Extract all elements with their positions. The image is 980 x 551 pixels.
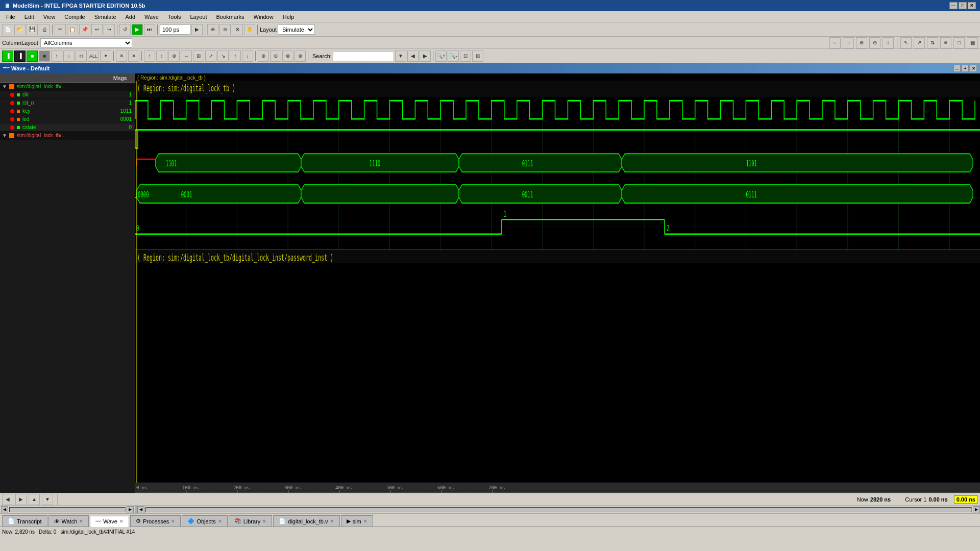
zoom-sel-btn[interactable]: ⊞ xyxy=(472,51,483,62)
sig-green-btn[interactable]: ▐ xyxy=(2,51,13,62)
menu-view[interactable]: View xyxy=(39,13,60,21)
save-button[interactable]: 💾 xyxy=(27,24,38,35)
tab-sim[interactable]: ▶ sim ✕ xyxy=(341,515,373,527)
signal-btn4[interactable]: ≡ xyxy=(940,37,951,48)
col-btn5[interactable]: ↕ xyxy=(883,37,894,48)
menu-add[interactable]: Add xyxy=(121,13,140,21)
tab-wave[interactable]: 〰 Wave ✕ xyxy=(90,516,129,527)
waveform-canvas[interactable]: ( Region: sim:/digital_lock_tb ) 1101 xyxy=(135,81,980,483)
sig-cursor-btn[interactable]: ✦ xyxy=(100,51,111,62)
redo-button[interactable]: ↪ xyxy=(104,24,115,35)
menu-wave[interactable]: Wave xyxy=(140,13,163,21)
signal-btn3[interactable]: ⇅ xyxy=(927,37,938,48)
col-btn3[interactable]: ⊕ xyxy=(856,37,867,48)
close-button[interactable]: ✕ xyxy=(968,2,976,9)
cursor-btn3[interactable]: ⊕ xyxy=(168,51,180,62)
cursor-nav-down[interactable]: ▼ xyxy=(42,494,53,505)
menu-layout[interactable]: Layout xyxy=(186,13,211,21)
wave-close-btn[interactable]: ✕ xyxy=(970,65,977,72)
col-btn2[interactable]: → xyxy=(843,37,854,48)
run-button[interactable]: ▶ xyxy=(132,24,143,35)
sig-green2-btn[interactable]: ■ xyxy=(27,51,38,62)
tb-btn4[interactable]: ✋ xyxy=(244,24,255,35)
signal-btn1[interactable]: ↖ xyxy=(900,37,912,48)
tab-objects[interactable]: 🔷 Objects ✕ xyxy=(182,515,227,527)
scroll-left-btn[interactable]: ◀ xyxy=(1,506,8,513)
menu-help[interactable]: Help xyxy=(279,13,299,21)
zoom-fit-btn[interactable]: ⊡ xyxy=(460,51,471,62)
scroll-left-main-btn[interactable]: ▶ xyxy=(973,506,980,513)
list-item[interactable]: clk 1 xyxy=(0,91,135,99)
watch-close[interactable]: ✕ xyxy=(79,519,83,524)
run-time-button[interactable]: ▶ xyxy=(191,24,203,35)
tab-watch[interactable]: 👁 Watch ✕ xyxy=(48,515,89,527)
menu-compile[interactable]: Compile xyxy=(60,13,89,21)
cursor-btn2[interactable]: ↕ xyxy=(156,51,167,62)
sig-h-btn[interactable]: H xyxy=(76,51,87,62)
wave-btn1[interactable]: ⊕ xyxy=(258,51,269,62)
wave-max-btn[interactable]: + xyxy=(962,65,969,72)
list-item[interactable]: cstate 0 xyxy=(0,123,135,132)
wave-close[interactable]: ✕ xyxy=(119,519,124,524)
cursor-nav-up[interactable]: ▲ xyxy=(29,494,40,505)
tb-btn3[interactable]: ⊗ xyxy=(232,24,243,35)
column-layout-select[interactable]: AllColumns xyxy=(40,38,132,47)
menu-edit[interactable]: Edit xyxy=(20,13,38,21)
sig-black-btn[interactable]: ▐ xyxy=(14,51,26,62)
objects-close[interactable]: ✕ xyxy=(218,519,222,524)
new-button[interactable]: 📄 xyxy=(2,24,13,35)
tab-transcript[interactable]: 📄 Transcript xyxy=(2,515,47,527)
menu-bookmarks[interactable]: Bookmarks xyxy=(212,13,249,21)
cursor-btn8[interactable]: ↑ xyxy=(230,51,241,62)
cursor-nav-right[interactable]: ▶ xyxy=(15,494,27,505)
menu-file[interactable]: File xyxy=(2,13,19,21)
menu-window[interactable]: Window xyxy=(250,13,278,21)
tab-processes[interactable]: ⚙ Processes ✕ xyxy=(130,515,181,527)
list-item[interactable]: key 1011 xyxy=(0,107,135,115)
open-button[interactable]: 📂 xyxy=(14,24,26,35)
cursor-btn7[interactable]: ↘ xyxy=(217,51,229,62)
wave-btn3[interactable]: ⊗ xyxy=(282,51,293,62)
sig-gray-btn[interactable]: ■ xyxy=(39,51,50,62)
wave-btn2[interactable]: ⊖ xyxy=(270,51,281,62)
step-button[interactable]: ⏭ xyxy=(144,24,155,35)
scroll-right-btn[interactable]: ▶ xyxy=(127,506,134,513)
col-btn4[interactable]: ⊖ xyxy=(869,37,880,48)
paste-button[interactable]: 📌 xyxy=(79,24,90,35)
scroll-right-main-btn[interactable]: ◀ xyxy=(137,506,144,513)
sig-up-btn[interactable]: ↑ xyxy=(51,51,62,62)
tab-library[interactable]: 📚 Library ✕ xyxy=(229,515,273,527)
zoom-in-btn[interactable]: 🔍+ xyxy=(435,51,447,62)
cursor-btn1[interactable]: ↑ xyxy=(144,51,155,62)
cursor-btn5[interactable]: ⊞ xyxy=(193,51,204,62)
h-scroll-track-right[interactable] xyxy=(145,507,972,512)
wave-min-btn[interactable]: — xyxy=(953,65,961,72)
cursor-btn4[interactable]: ↔ xyxy=(181,51,192,62)
signal-btn2[interactable]: ↗ xyxy=(914,37,925,48)
cut-button[interactable]: ✂ xyxy=(55,24,66,35)
list-item[interactable]: led 0001 xyxy=(0,115,135,123)
sig-x-btn1[interactable]: ✕ xyxy=(116,51,127,62)
maximize-button[interactable]: □ xyxy=(959,2,967,9)
restart-button[interactable]: ↺ xyxy=(119,24,131,35)
search-go-btn[interactable]: ▼ xyxy=(395,51,406,62)
tb-btn2[interactable]: ⊖ xyxy=(219,24,231,35)
search-next-btn[interactable]: ▶ xyxy=(420,51,431,62)
list-item[interactable]: rst_n 1 xyxy=(0,99,135,107)
signal-btn6[interactable]: ▦ xyxy=(967,37,978,48)
list-item[interactable]: ▼ sim:/digital_lock_tb/... xyxy=(0,83,135,91)
col-btn1[interactable]: ← xyxy=(829,37,841,48)
time-input[interactable]: 100 ps xyxy=(160,24,190,35)
cursor-nav-left[interactable]: ◀ xyxy=(2,494,13,505)
library-close[interactable]: ✕ xyxy=(262,519,266,524)
search-input[interactable] xyxy=(333,51,394,61)
menu-tools[interactable]: Tools xyxy=(164,13,185,21)
h-scroll-track-left[interactable] xyxy=(9,507,126,512)
sig-dn-btn[interactable]: ↓ xyxy=(63,51,75,62)
copy-button[interactable]: 📋 xyxy=(67,24,78,35)
signal-btn5[interactable]: □ xyxy=(953,37,965,48)
minimize-button[interactable]: — xyxy=(949,2,958,9)
print-button[interactable]: 🖨 xyxy=(39,24,50,35)
layout-select[interactable]: Simulate xyxy=(278,24,315,35)
cursor-btn6[interactable]: ↗ xyxy=(205,51,216,62)
